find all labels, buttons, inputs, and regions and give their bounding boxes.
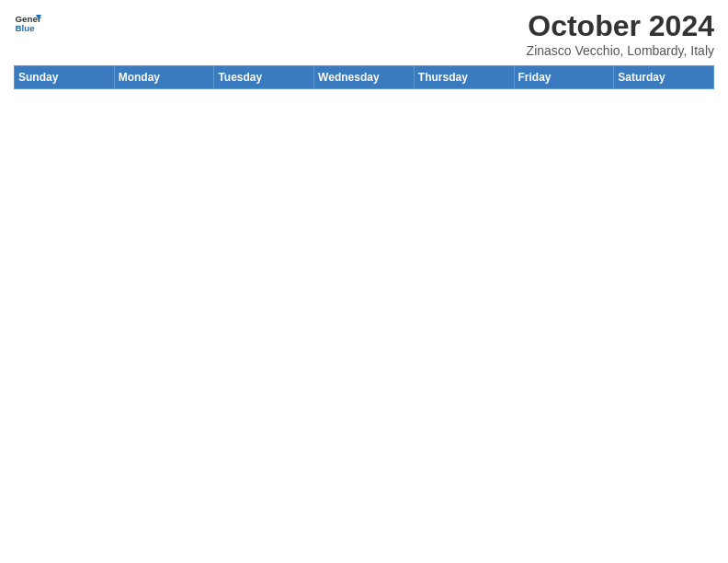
location: Zinasco Vecchio, Lombardy, Italy [527, 43, 714, 58]
col-sunday: Sunday [15, 66, 115, 89]
title-block: October 2024 Zinasco Vecchio, Lombardy, … [527, 9, 714, 58]
col-tuesday: Tuesday [214, 66, 314, 89]
calendar-table: Sunday Monday Tuesday Wednesday Thursday… [14, 65, 714, 89]
calendar-header-row: Sunday Monday Tuesday Wednesday Thursday… [15, 66, 714, 89]
col-wednesday: Wednesday [314, 66, 415, 89]
col-saturday: Saturday [614, 66, 714, 89]
calendar-page: General Blue October 2024 Zinasco Vecchi… [0, 0, 728, 563]
svg-text:Blue: Blue [16, 23, 36, 33]
col-monday: Monday [114, 66, 214, 89]
month-title: October 2024 [527, 9, 714, 43]
col-friday: Friday [514, 66, 614, 89]
logo: General Blue [14, 9, 41, 37]
page-header: General Blue October 2024 Zinasco Vecchi… [14, 9, 714, 58]
logo-icon: General Blue [14, 9, 41, 37]
col-thursday: Thursday [414, 66, 514, 89]
